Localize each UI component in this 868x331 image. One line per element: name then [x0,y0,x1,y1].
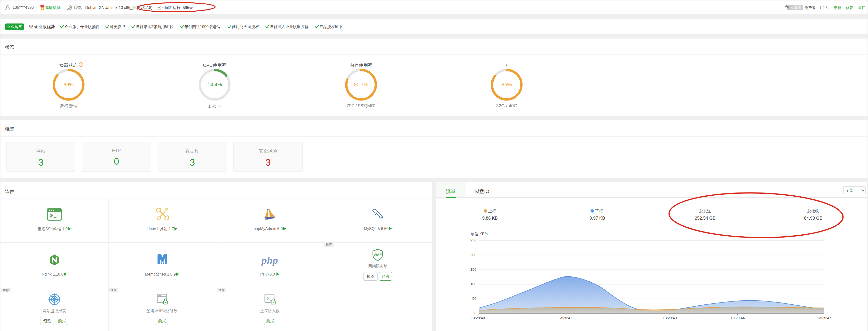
svg-text:?: ? [80,63,82,66]
svg-text:WAF: WAF [374,253,382,257]
